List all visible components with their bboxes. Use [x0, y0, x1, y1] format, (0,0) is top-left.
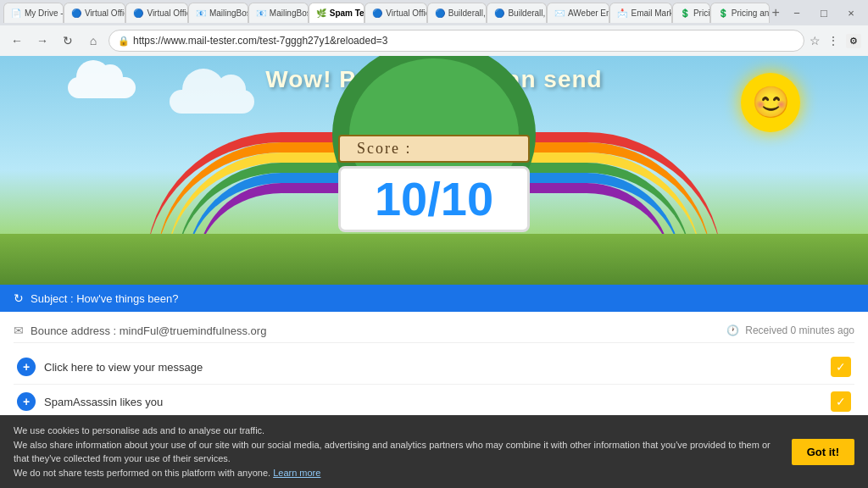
- close-button[interactable]: ×: [837, 0, 865, 25]
- reload-button[interactable]: ↻: [58, 30, 78, 51]
- plus-icon-0: +: [17, 358, 36, 376]
- plus-icon-1: +: [17, 392, 36, 411]
- tab-3[interactable]: 📧 MailingBoss.co...: [188, 3, 248, 23]
- tab-2-label: Virtual Office | B...: [147, 8, 187, 18]
- tab-5-label: Spam Test R...: [330, 8, 365, 18]
- back-button[interactable]: ←: [7, 30, 27, 51]
- cookie-line3: We do not share tests performed on this …: [14, 466, 778, 480]
- tab-7-favicon: 🔵: [435, 8, 445, 19]
- ground: [0, 234, 868, 285]
- tab-7-label: Builderall, Digit...: [448, 8, 487, 18]
- bookmark-icon[interactable]: ☆: [810, 34, 821, 47]
- forward-button[interactable]: →: [32, 30, 53, 51]
- address-bar[interactable]: 🔒 https://www.mail-tester.com/test-7gggh…: [108, 30, 804, 52]
- tab-9-favicon: ✉️: [554, 8, 565, 19]
- check-item-0[interactable]: + Click here to view your message ✓: [14, 350, 854, 385]
- envelope-icon: ✉: [14, 324, 24, 337]
- tab-4-label: MailingBoss.co...: [270, 8, 309, 18]
- subject-text: Subject : How've things been?: [31, 292, 178, 305]
- tab-3-label: MailingBoss.co...: [209, 8, 248, 18]
- tab-9[interactable]: ✉️ AWeber Email H...: [547, 3, 609, 23]
- cookie-line1: We use cookies to personalise ads and to…: [14, 424, 778, 438]
- tab-0-favicon: 📄: [11, 8, 21, 19]
- browser-actions: ☆ ⋮ ⚙: [810, 34, 861, 48]
- tab-10-label: Email Marketing...: [631, 8, 671, 18]
- maximize-button[interactable]: □: [810, 0, 837, 25]
- tab-10-favicon: 📩: [617, 8, 627, 19]
- tab-12-label: Pricing and pla...: [732, 8, 770, 18]
- tab-11[interactable]: 💲 Pricing: [672, 3, 710, 23]
- cookie-accept-button[interactable]: Got it!: [792, 439, 854, 465]
- tab-5-active[interactable]: 🌿 Spam Test R...: [309, 3, 365, 23]
- cookie-line2: We also share information about your use…: [14, 438, 778, 466]
- score-label: Score :: [338, 135, 530, 163]
- lock-icon: 🔒: [118, 36, 130, 47]
- tab-8[interactable]: 🔵 Builderall, Digit...: [487, 3, 547, 23]
- new-tab-button[interactable]: +: [770, 3, 782, 23]
- url-text: https://www.mail-tester.com/test-7gggh27…: [133, 35, 388, 47]
- tab-container: 📄 My Drive - Goo... 🔵 Virtual Office | B…: [3, 3, 782, 23]
- tab-4-favicon: 📧: [256, 8, 266, 19]
- tab-6-label: Virtual Office | B...: [386, 8, 426, 18]
- cookie-banner: We use cookies to personalise ads and to…: [0, 415, 868, 488]
- received-time: 🕐 Received 0 minutes ago: [726, 324, 854, 336]
- tab-6[interactable]: 🔵 Virtual Office | B...: [364, 3, 426, 23]
- tab-2-favicon: 🔵: [133, 8, 143, 19]
- check-item-1[interactable]: + SpamAssassin likes you ✓: [14, 385, 854, 419]
- cookie-text: We use cookies to personalise ads and to…: [14, 424, 778, 480]
- learn-more-link[interactable]: Learn more: [273, 468, 320, 478]
- hero-scene: 😊 Wow! Perfect, you can send Score : 10/…: [0, 56, 868, 285]
- tab-11-label: Pricing: [693, 8, 710, 18]
- tab-12-favicon: 💲: [718, 8, 728, 19]
- tab-0-label: My Drive - Goo...: [25, 8, 64, 18]
- tab-1-label: Virtual Office | B...: [85, 8, 125, 18]
- score-board: Score : 10/10: [338, 126, 530, 232]
- tab-bar: 📄 My Drive - Goo... 🔵 Virtual Office | B…: [0, 0, 868, 25]
- tab-1-favicon: 🔵: [71, 8, 81, 19]
- tab-5-favicon: 🌿: [316, 8, 326, 19]
- check-item-1-text: SpamAssassin likes you: [44, 396, 163, 408]
- tab-9-label: AWeber Email H...: [568, 8, 609, 18]
- extensions-icon[interactable]: ⚙: [846, 34, 861, 48]
- tab-7[interactable]: 🔵 Builderall, Digit...: [427, 3, 487, 23]
- tab-0[interactable]: 📄 My Drive - Goo...: [3, 3, 64, 23]
- bounce-address-text: Bounce address : mindFul@truemindfulness…: [31, 324, 266, 337]
- tab-6-favicon: 🔵: [372, 8, 382, 19]
- address-bar-row: ← → ↻ ⌂ 🔒 https://www.mail-tester.com/te…: [0, 25, 868, 56]
- clock-icon: 🕐: [726, 324, 739, 336]
- tab-8-favicon: 🔵: [494, 8, 504, 19]
- home-button[interactable]: ⌂: [83, 30, 103, 51]
- tab-11-favicon: 💲: [680, 8, 690, 19]
- refresh-icon: ↻: [14, 291, 24, 305]
- check-icon-0: ✓: [831, 357, 851, 377]
- tab-12[interactable]: 💲 Pricing and pla...: [710, 3, 770, 23]
- check-item-0-text: Click here to view your message: [44, 361, 203, 374]
- tab-2[interactable]: 🔵 Virtual Office | B...: [125, 3, 187, 23]
- tab-4[interactable]: 📧 MailingBoss.co...: [248, 3, 309, 23]
- tab-3-favicon: 📧: [196, 8, 206, 19]
- browser-window: 📄 My Drive - Goo... 🔵 Virtual Office | B…: [0, 0, 868, 56]
- cloud-2: [170, 90, 254, 114]
- tab-1[interactable]: 🔵 Virtual Office | B...: [64, 3, 125, 23]
- subject-bar: ↻ Subject : How've things been?: [0, 285, 868, 312]
- tab-10[interactable]: 📩 Email Marketing...: [609, 3, 671, 23]
- score-value: 10/10: [338, 166, 530, 232]
- minimize-button[interactable]: −: [783, 0, 810, 25]
- details-section: ✉ Bounce address : mindFul@truemindfulne…: [0, 312, 868, 350]
- check-icon-1: ✓: [831, 391, 851, 412]
- tab-8-label: Builderall, Digit...: [508, 8, 547, 18]
- bounce-address-row: ✉ Bounce address : mindFul@truemindfulne…: [14, 319, 854, 343]
- menu-icon[interactable]: ⋮: [827, 34, 839, 47]
